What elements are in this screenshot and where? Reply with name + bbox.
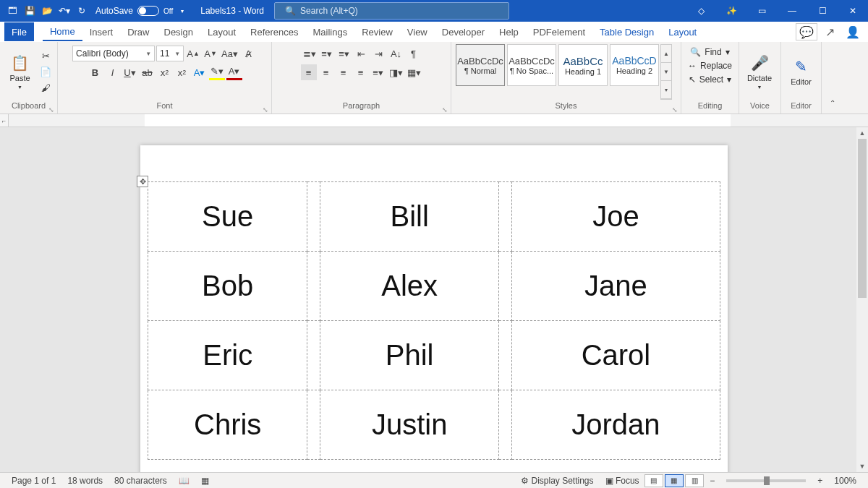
sort-icon[interactable]: A↓ — [388, 46, 404, 61]
bold-button[interactable]: B — [88, 64, 103, 80]
scroll-up-icon[interactable]: ▲ — [856, 127, 868, 139]
styles-scroll[interactable]: ▲▼▾ — [660, 44, 672, 100]
tab-design[interactable]: Design — [157, 22, 200, 41]
borders-icon[interactable]: ▦▾ — [406, 64, 422, 80]
style-no-spacing[interactable]: AaBbCcDc¶ No Spac... — [507, 44, 556, 86]
tab-table-layout[interactable]: Layout — [661, 22, 704, 41]
ruler-track[interactable] — [9, 114, 868, 127]
align-right-icon[interactable]: ≡ — [336, 64, 352, 80]
zoom-level[interactable]: 100% — [828, 476, 862, 486]
tab-insert[interactable]: Insert — [82, 22, 121, 41]
document-area[interactable]: ✥ Sue Bill Joe Bob Alex Jane Eric Phil C… — [0, 127, 868, 472]
autosave-icon[interactable]: 🗔 — [4, 3, 20, 19]
spell-check-icon[interactable]: 📖 — [173, 476, 195, 486]
tab-view[interactable]: View — [400, 22, 435, 41]
font-color-icon[interactable]: A▾ — [226, 64, 242, 80]
font-family-combo[interactable]: Calibri (Body)▼ — [72, 46, 155, 61]
customize-qat-icon[interactable]: ▾ — [174, 3, 190, 19]
ribbon-display-icon[interactable]: ▭ — [746, 0, 777, 22]
label-cell[interactable]: Chris — [148, 390, 307, 460]
search-box[interactable]: 🔍 Search (Alt+Q) — [274, 2, 509, 20]
open-icon[interactable]: 📂 — [39, 3, 55, 19]
label-cell[interactable]: Sue — [148, 182, 307, 252]
zoom-slider[interactable] — [726, 479, 806, 482]
display-settings[interactable]: ⚙ Display Settings — [515, 476, 599, 486]
superscript-button[interactable]: x2 — [174, 64, 190, 80]
dialog-launcher-icon[interactable]: ⤡ — [442, 106, 448, 114]
account-icon[interactable]: 👤 — [842, 23, 864, 40]
align-left-icon[interactable]: ≡ — [301, 64, 317, 80]
indent-increase-icon[interactable]: ⇥ — [371, 46, 387, 61]
save-icon[interactable]: 💾 — [22, 3, 38, 19]
find-button[interactable]: 🔍Find▾ — [687, 46, 732, 59]
tab-layout[interactable]: Layout — [200, 22, 243, 41]
style-heading1[interactable]: AaBbCcHeading 1 — [558, 44, 608, 86]
autosave-toggle[interactable]: AutoSave Off — [95, 6, 173, 16]
dialog-launcher-icon[interactable]: ⤡ — [48, 106, 54, 114]
multilevel-icon[interactable]: ≡▾ — [336, 46, 352, 61]
style-normal[interactable]: AaBbCcDc¶ Normal — [456, 44, 505, 86]
print-layout-icon[interactable]: ▦ — [665, 474, 684, 487]
page[interactable]: ✥ Sue Bill Joe Bob Alex Jane Eric Phil C… — [140, 145, 728, 472]
subscript-button[interactable]: x2 — [157, 64, 173, 80]
coming-soon-icon[interactable]: ✨ — [716, 0, 746, 22]
table-move-handle-icon[interactable]: ✥ — [137, 176, 148, 187]
align-center-icon[interactable]: ≡ — [318, 64, 334, 80]
clear-format-icon[interactable]: A̷ — [241, 46, 257, 61]
numbering-icon[interactable]: ≡▾ — [319, 46, 335, 61]
label-table[interactable]: Sue Bill Joe Bob Alex Jane Eric Phil Car… — [148, 181, 720, 460]
collapse-ribbon-icon[interactable]: ⌃ — [825, 95, 841, 111]
web-layout-icon[interactable]: ▥ — [685, 474, 704, 487]
tab-draw[interactable]: Draw — [120, 22, 156, 41]
label-cell[interactable]: Jane — [511, 252, 720, 321]
toggle-off-icon[interactable] — [137, 6, 159, 16]
line-spacing-icon[interactable]: ≡▾ — [370, 64, 386, 80]
macros-icon[interactable]: ▦ — [195, 476, 215, 486]
dialog-launcher-icon[interactable]: ⤡ — [672, 106, 678, 114]
font-size-combo[interactable]: 11▼ — [156, 46, 184, 61]
text-effects-icon[interactable]: A▾ — [192, 64, 208, 80]
comments-icon[interactable]: 💬 — [796, 23, 817, 40]
ruler-toggle-icon[interactable]: ⌐ — [0, 114, 9, 127]
zoom-in-icon[interactable]: + — [812, 476, 828, 486]
tab-developer[interactable]: Developer — [435, 22, 492, 41]
scroll-down-icon[interactable]: ▼ — [856, 461, 868, 472]
replace-button[interactable]: ↔Replace — [685, 59, 735, 72]
justify-icon[interactable]: ≡ — [353, 64, 369, 80]
tab-file[interactable]: File — [4, 22, 34, 41]
zoom-out-icon[interactable]: − — [704, 476, 720, 486]
minimize-icon[interactable]: — — [777, 0, 807, 22]
select-button[interactable]: ↖Select▾ — [686, 73, 734, 86]
tab-pdfelement[interactable]: PDFelement — [526, 22, 592, 41]
maximize-icon[interactable]: ☐ — [807, 0, 838, 22]
scroll-thumb[interactable] — [858, 139, 867, 298]
focus-mode[interactable]: ▣ Focus — [600, 476, 645, 486]
label-cell[interactable]: Phil — [320, 321, 498, 390]
label-cell[interactable]: Bob — [148, 252, 307, 321]
italic-button[interactable]: I — [105, 64, 121, 80]
highlight-icon[interactable]: ✎▾ — [209, 64, 225, 80]
label-cell[interactable]: Carol — [511, 321, 720, 390]
label-cell[interactable]: Justin — [320, 390, 498, 460]
strikethrough-button[interactable]: ab — [140, 64, 156, 80]
redo-icon[interactable]: ↻ — [74, 3, 90, 19]
copy-icon[interactable]: 📄 — [38, 65, 53, 80]
page-indicator[interactable]: Page 1 of 1 — [6, 476, 61, 486]
vertical-scrollbar[interactable]: ▲ ▼ — [856, 127, 868, 472]
underline-button[interactable]: U▾ — [122, 64, 138, 80]
dialog-launcher-icon[interactable]: ⤡ — [263, 106, 268, 114]
change-case-icon[interactable]: Aa▾ — [220, 46, 239, 61]
show-marks-icon[interactable]: ¶ — [406, 46, 422, 61]
style-heading2[interactable]: AaBbCcDHeading 2 — [610, 44, 659, 86]
undo-icon[interactable]: ↶▾ — [56, 3, 72, 19]
decrease-font-icon[interactable]: A▼ — [203, 46, 218, 61]
bullets-icon[interactable]: ≣▾ — [302, 46, 318, 61]
label-cell[interactable]: Bill — [320, 182, 498, 252]
read-mode-icon[interactable]: ▤ — [644, 474, 663, 487]
label-cell[interactable]: Jordan — [511, 390, 720, 460]
tab-table-design[interactable]: Table Design — [592, 22, 661, 41]
increase-font-icon[interactable]: A▲ — [185, 46, 201, 61]
cut-icon[interactable]: ✂ — [38, 49, 53, 64]
label-cell[interactable]: Eric — [148, 321, 307, 390]
share-icon[interactable]: ↗ — [819, 23, 841, 40]
